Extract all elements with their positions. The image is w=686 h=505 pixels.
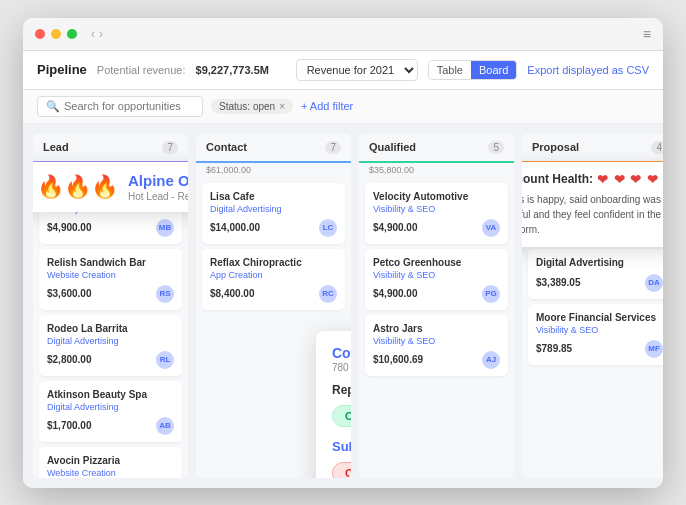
list-item[interactable]: Avocin Pizzaria Website Creation $500.00… bbox=[39, 447, 182, 478]
heart-icons: ❤ ❤ ❤ ❤ ❤ bbox=[597, 172, 663, 187]
forward-arrow[interactable]: › bbox=[99, 27, 103, 41]
col-total-qualified: $35,800.00 bbox=[359, 163, 514, 177]
avatar: DA bbox=[645, 274, 663, 292]
card-title: Velocity Automotive bbox=[373, 190, 500, 203]
column-lead: Lead 7 $76,050.00 141 M. Barbershop Visi… bbox=[33, 134, 188, 478]
potential-value: $9,227,773.5M bbox=[196, 64, 269, 76]
col-header-lead: Lead 7 bbox=[33, 134, 188, 163]
card-sub: Digital Advertising bbox=[47, 336, 174, 346]
card-title: Reflax Chiropractic bbox=[210, 256, 337, 269]
list-item[interactable]: Petco Greenhouse Visibility & SEO $4,900… bbox=[365, 249, 508, 310]
col-count-proposal: 4 bbox=[651, 141, 663, 154]
back-arrow[interactable]: ‹ bbox=[91, 27, 95, 41]
card-amount: $4,900.00 bbox=[47, 222, 92, 233]
card-footer: $8,400.00 RC bbox=[210, 285, 337, 303]
card-footer: $1,700.00 AB bbox=[47, 417, 174, 435]
list-item[interactable]: Moore Financial Services Visibility & SE… bbox=[528, 304, 663, 365]
menu-icon[interactable]: ≡ bbox=[643, 26, 651, 42]
fire-icon: 🔥🔥🔥 bbox=[37, 174, 118, 200]
card-amount: $1,700.00 bbox=[47, 420, 92, 431]
avatar: LC bbox=[319, 219, 337, 237]
card-title: Lisa Cafe bbox=[210, 190, 337, 203]
board-view-button[interactable]: Board bbox=[471, 61, 516, 79]
card-amount: $14,000.00 bbox=[210, 222, 260, 233]
card-footer: $4,900.00 VA bbox=[373, 219, 500, 237]
card-title: Moore Financial Services bbox=[536, 311, 663, 324]
avatar: RL bbox=[156, 351, 174, 369]
card-amount: $4,900.00 bbox=[373, 222, 418, 233]
search-icon: 🔍 bbox=[46, 100, 60, 113]
col-header-proposal: Proposal 4 bbox=[522, 134, 663, 163]
card-footer: $2,800.00 RL bbox=[47, 351, 174, 369]
list-item[interactable]: Relish Sandwich Bar Website Creation $3,… bbox=[39, 249, 182, 310]
card-footer: $789.85 MF bbox=[536, 340, 663, 358]
fullscreen-button[interactable] bbox=[67, 29, 77, 39]
card-amount: $3,389.05 bbox=[536, 277, 581, 288]
close-button[interactable] bbox=[35, 29, 45, 39]
col-cards-contact: Lisa Cafe Digital Advertising $14,000.00… bbox=[196, 177, 351, 316]
hot-lead-text: Alpine Outfitters Hot Lead - Ready to se… bbox=[128, 172, 188, 202]
col-header-contact: Contact 7 bbox=[196, 134, 351, 163]
table-view-button[interactable]: Table bbox=[429, 61, 471, 79]
column-contact: Contact 7 $61,000.00 Lisa Cafe Digital A… bbox=[196, 134, 351, 478]
avatar: MF bbox=[645, 340, 663, 358]
revenue-year-select[interactable]: Revenue for 2021 bbox=[296, 59, 418, 81]
col-total-contact: $61,000.00 bbox=[196, 163, 351, 177]
list-item[interactable]: Rodeo La Barrita Digital Advertising $2,… bbox=[39, 315, 182, 376]
view-toggle: Table Board bbox=[428, 60, 518, 80]
card-sub: Digital Advertising bbox=[210, 204, 337, 214]
export-button[interactable]: Export displayed as CSV bbox=[527, 64, 649, 76]
avatar: AB bbox=[156, 417, 174, 435]
health-description: Chris is happy, said onboarding was very… bbox=[522, 192, 663, 237]
list-item[interactable]: Digital Advertising $3,389.05 DA bbox=[528, 249, 663, 299]
card-amount: $10,600.69 bbox=[373, 354, 423, 365]
card-sub: Website Creation bbox=[47, 468, 174, 478]
card-title: Atkinson Beauty Spa bbox=[47, 388, 174, 401]
account-health-label: Account Health: bbox=[522, 172, 593, 186]
col-title-lead: Lead bbox=[43, 141, 69, 153]
card-footer: $4,900.00 PG bbox=[373, 285, 500, 303]
board-area: Lead 7 $76,050.00 141 M. Barbershop Visi… bbox=[23, 124, 663, 488]
hot-lead-company: Alpine Outfitters bbox=[128, 172, 188, 189]
hot-lead-popup: 🔥🔥🔥 Alpine Outfitters Hot Lead - Ready t… bbox=[33, 162, 188, 212]
list-item[interactable]: Atkinson Beauty Spa Digital Advertising … bbox=[39, 381, 182, 442]
col-title-contact: Contact bbox=[206, 141, 247, 153]
column-qualified: Qualified 5 $35,800.00 Velocity Automoti… bbox=[359, 134, 514, 478]
cowtown-subscription: Subscription: Growth bbox=[332, 439, 351, 454]
col-count-qualified: 5 bbox=[488, 141, 504, 154]
col-header-qualified: Qualified 5 bbox=[359, 134, 514, 163]
search-box: 🔍 bbox=[37, 96, 203, 117]
col-count-lead: 7 bbox=[162, 141, 178, 154]
filterbar: 🔍 Status: open × + Add filter bbox=[23, 90, 663, 124]
card-amount: $4,900.00 bbox=[373, 288, 418, 299]
add-filter-button[interactable]: + Add filter bbox=[301, 100, 353, 112]
card-title: Avocin Pizzaria bbox=[47, 454, 174, 467]
avatar: RS bbox=[156, 285, 174, 303]
card-sub: Visibility & SEO bbox=[373, 204, 500, 214]
closed-lost-badge: Closed - Lost bbox=[332, 462, 351, 478]
card-title: Digital Advertising bbox=[536, 256, 663, 269]
card-sub: Website Creation bbox=[47, 270, 174, 280]
col-cards-qualified: Velocity Automotive Visibility & SEO $4,… bbox=[359, 177, 514, 382]
list-item[interactable]: Astro Jars Visibility & SEO $10,600.69 A… bbox=[365, 315, 508, 376]
cowtown-company: Cowtown Farmers Market bbox=[332, 345, 351, 361]
list-item[interactable]: Lisa Cafe Digital Advertising $14,000.00… bbox=[202, 183, 345, 244]
list-item[interactable]: Velocity Automotive Visibility & SEO $4,… bbox=[365, 183, 508, 244]
list-item[interactable]: Reflax Chiropractic App Creation $8,400.… bbox=[202, 249, 345, 310]
card-title: Petco Greenhouse bbox=[373, 256, 500, 269]
col-count-contact: 7 bbox=[325, 141, 341, 154]
card-amount: $8,400.00 bbox=[210, 288, 255, 299]
search-input[interactable] bbox=[64, 100, 194, 112]
status-filter-label: Status: open bbox=[219, 101, 275, 112]
avatar: MB bbox=[156, 219, 174, 237]
remove-filter-button[interactable]: × bbox=[279, 101, 285, 112]
col-title-qualified: Qualified bbox=[369, 141, 416, 153]
avatar: AJ bbox=[482, 351, 500, 369]
avatar: RC bbox=[319, 285, 337, 303]
minimize-button[interactable] bbox=[51, 29, 61, 39]
card-footer: $4,900.00 MB bbox=[47, 219, 174, 237]
card-footer: $10,600.69 AJ bbox=[373, 351, 500, 369]
card-footer: $3,600.00 RS bbox=[47, 285, 174, 303]
account-health-popup: Account Health: ❤ ❤ ❤ ❤ ❤ Chris is happy… bbox=[522, 162, 663, 247]
titlebar: ‹ › ≡ bbox=[23, 18, 663, 51]
